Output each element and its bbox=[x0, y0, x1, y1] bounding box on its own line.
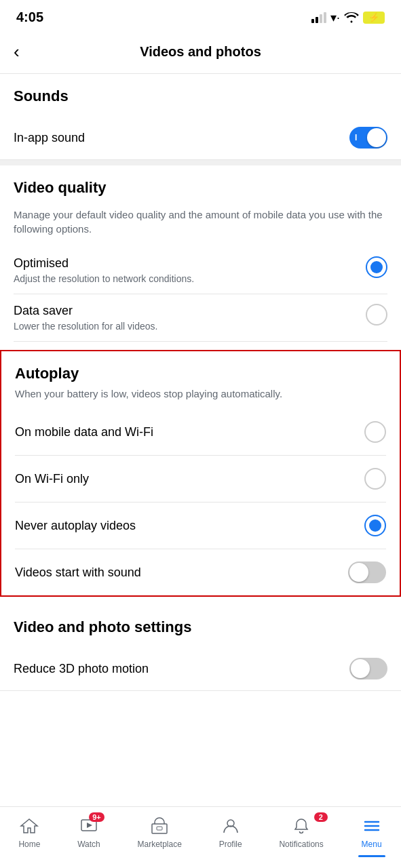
nav-item-marketplace[interactable]: Marketplace bbox=[129, 812, 189, 852]
sounds-title: Sounds bbox=[14, 87, 387, 105]
battery-icon: ⚡ bbox=[363, 12, 385, 24]
status-time: 4:05 bbox=[16, 9, 43, 25]
svg-rect-3 bbox=[157, 827, 162, 830]
nav-item-home[interactable]: Home bbox=[10, 812, 48, 852]
radio-inner bbox=[370, 261, 383, 273]
bottom-spacer bbox=[0, 691, 401, 772]
autoplay-mobile-wifi-row[interactable]: On mobile data and Wi-Fi bbox=[15, 409, 386, 456]
radio-inner-selected bbox=[369, 519, 381, 532]
home-icon bbox=[18, 815, 40, 837]
autoplay-mobile-wifi-label: On mobile data and Wi-Fi bbox=[15, 425, 153, 439]
autoplay-title: Autoplay bbox=[15, 365, 386, 382]
status-icons: ▾· ⚡ bbox=[311, 10, 385, 25]
optimised-row: Optimised Adjust the resolution to netwo… bbox=[0, 247, 401, 294]
reduce-3d-toggle[interactable] bbox=[349, 658, 387, 679]
notifications-icon bbox=[290, 815, 312, 837]
menu-active-bar bbox=[358, 855, 385, 857]
reduce-3d-label: Reduce 3D photo motion bbox=[14, 662, 149, 676]
data-saver-text: Data saver Lower the resolution for all … bbox=[14, 304, 366, 332]
autoplay-never-radio[interactable] bbox=[364, 515, 386, 536]
autoplay-wifi-only-row[interactable]: On Wi-Fi only bbox=[15, 456, 386, 502]
home-label: Home bbox=[18, 840, 40, 849]
nav-item-watch[interactable]: 9+ Watch bbox=[69, 812, 109, 852]
in-app-sound-row: In-app sound I bbox=[0, 116, 401, 160]
autoplay-sound-row: Videos start with sound bbox=[15, 549, 386, 595]
section-divider bbox=[0, 160, 401, 165]
svg-marker-1 bbox=[87, 823, 92, 828]
autoplay-wifi-only-radio[interactable] bbox=[364, 468, 386, 490]
reduce-3d-row: Reduce 3D photo motion bbox=[0, 647, 401, 691]
back-button[interactable]: ‹ bbox=[14, 39, 25, 65]
nav-item-notifications[interactable]: 2 Notifications bbox=[271, 812, 331, 852]
content: Sounds In-app sound I Video quality Mana… bbox=[0, 74, 401, 772]
profile-icon bbox=[220, 815, 242, 837]
svg-rect-2 bbox=[152, 824, 167, 833]
autoplay-rows: On mobile data and Wi-Fi On Wi-Fi only N… bbox=[1, 409, 400, 595]
status-bar: 4:05 ▾· ⚡ bbox=[0, 0, 401, 31]
video-quality-title: Video quality bbox=[14, 179, 387, 197]
nav-item-profile[interactable]: Profile bbox=[211, 812, 250, 852]
in-app-sound-toggle[interactable]: I bbox=[349, 127, 387, 149]
video-photo-settings-title: Video and photo settings bbox=[14, 618, 387, 636]
autoplay-never-label: Never autoplay videos bbox=[15, 519, 136, 533]
optimised-title: Optimised bbox=[14, 256, 355, 271]
autoplay-wifi-only-label: On Wi-Fi only bbox=[15, 472, 89, 486]
signal-icon bbox=[311, 12, 326, 23]
data-saver-desc: Lower the resolution for all videos. bbox=[14, 321, 355, 332]
video-quality-desc: Manage your default video quality and th… bbox=[14, 208, 387, 236]
wifi-icon: ▾· bbox=[330, 10, 340, 25]
wifi-icon bbox=[344, 12, 359, 23]
data-saver-option[interactable]: Data saver Lower the resolution for all … bbox=[14, 294, 387, 342]
in-app-sound-label: In-app sound bbox=[14, 131, 85, 145]
toggle-on-label: I bbox=[355, 133, 357, 142]
nav-header: ‹ Videos and photos bbox=[0, 31, 401, 74]
autoplay-section: Autoplay When your battery is low, video… bbox=[0, 350, 401, 597]
nav-item-menu[interactable]: Menu bbox=[353, 812, 391, 852]
data-saver-row: Data saver Lower the resolution for all … bbox=[0, 294, 401, 342]
menu-label: Menu bbox=[362, 840, 382, 849]
optimised-radio[interactable] bbox=[366, 256, 387, 278]
toggle-knob-3d bbox=[351, 659, 370, 678]
autoplay-sound-toggle[interactable] bbox=[348, 561, 386, 583]
profile-label: Profile bbox=[219, 840, 242, 849]
autoplay-never-row[interactable]: Never autoplay videos bbox=[15, 502, 386, 549]
toggle-knob bbox=[367, 128, 386, 147]
notifications-label: Notifications bbox=[279, 840, 323, 849]
video-photo-settings-section: Video and photo settings bbox=[0, 605, 401, 636]
bottom-nav: Home 9+ Watch Marketplace bbox=[0, 806, 401, 868]
toggle-knob-sound bbox=[349, 563, 368, 582]
autoplay-desc: When your battery is low, videos stop pl… bbox=[15, 387, 386, 401]
marketplace-label: Marketplace bbox=[137, 840, 181, 849]
notifications-badge: 2 bbox=[314, 812, 328, 822]
autoplay-sound-label: Videos start with sound bbox=[15, 566, 141, 580]
autoplay-mobile-wifi-radio[interactable] bbox=[364, 421, 386, 443]
page-title: Videos and photos bbox=[140, 44, 261, 60]
data-saver-radio[interactable] bbox=[366, 304, 387, 326]
optimised-text: Optimised Adjust the resolution to netwo… bbox=[14, 256, 366, 284]
menu-icon bbox=[361, 815, 383, 837]
optimised-desc: Adjust the resolution to network conditi… bbox=[14, 273, 355, 284]
data-saver-title: Data saver bbox=[14, 304, 355, 318]
autoplay-header: Autoplay When your battery is low, video… bbox=[1, 351, 400, 401]
watch-badge: 9+ bbox=[89, 812, 104, 822]
marketplace-icon bbox=[149, 815, 170, 837]
sounds-section: Sounds bbox=[0, 74, 401, 105]
video-quality-section: Video quality Manage your default video … bbox=[0, 165, 401, 236]
watch-label: Watch bbox=[77, 840, 100, 849]
optimised-option[interactable]: Optimised Adjust the resolution to netwo… bbox=[14, 247, 387, 294]
